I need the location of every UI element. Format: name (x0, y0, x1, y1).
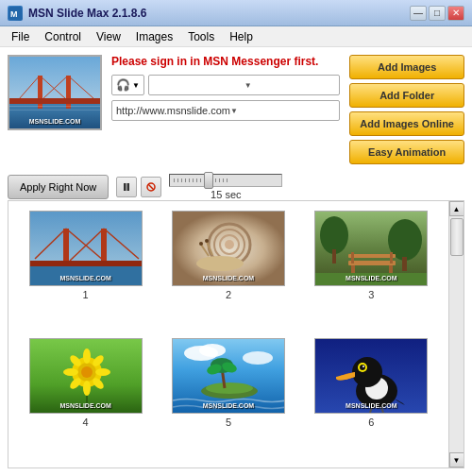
list-item: MSNSLIDE.COM 3 (304, 211, 439, 331)
image-thumb-3[interactable]: MSNSLIDE.COM (314, 211, 428, 286)
timer-controls: 15 sec (116, 174, 282, 200)
audio-input-arrow: ▼ (244, 81, 336, 90)
url-input[interactable]: http://www.msnslide.com ▼ (111, 100, 340, 121)
svg-rect-25 (30, 261, 143, 266)
image-label-2: 2 (226, 289, 231, 300)
svg-rect-14 (127, 183, 130, 191)
svg-point-30 (225, 240, 234, 249)
close-button[interactable]: ✕ (447, 6, 464, 21)
timer-slider-container: 15 sec (169, 174, 282, 200)
add-folder-button[interactable]: Add Folder (349, 83, 464, 108)
audio-input[interactable]: ▼ (148, 75, 340, 95)
image-label-6: 6 (368, 416, 374, 428)
timer-slider[interactable] (169, 174, 282, 187)
slider-thumb[interactable] (204, 172, 213, 189)
maximize-button[interactable]: □ (429, 6, 446, 21)
add-images-online-button[interactable]: Add Images Online (349, 111, 464, 136)
svg-point-34 (199, 242, 203, 246)
menu-help[interactable]: Help (222, 28, 261, 45)
image-grid: MSNSLIDE.COM 1 (8, 201, 448, 468)
main-content: MSNSLIDE.COM Please sign in in MSN Messe… (0, 47, 472, 476)
list-item: MSNSLIDE.COM 5 (160, 338, 295, 458)
stop-button[interactable] (141, 177, 161, 197)
watermark-4: MSNSLIDE.COM (59, 402, 110, 409)
svg-point-55 (95, 368, 110, 376)
headphone-icon: 🎧 (116, 78, 130, 92)
menu-control[interactable]: Control (37, 28, 89, 45)
svg-point-54 (63, 368, 78, 376)
signin-message: Please sign in in MSN Messenger first. (111, 55, 340, 68)
svg-point-66 (206, 382, 253, 394)
menu-images[interactable]: Images (128, 28, 180, 45)
image-thumb-5[interactable]: MSNSLIDE.COM (172, 338, 285, 414)
window-title: MSN Slide Max 2.1.8.6 (28, 7, 408, 20)
app-icon: M (8, 6, 23, 21)
svg-rect-45 (351, 252, 354, 264)
svg-text:M: M (10, 9, 18, 19)
svg-rect-12 (9, 110, 102, 110)
minimize-button[interactable]: — (410, 6, 427, 21)
image-thumb-6[interactable]: MSNSLIDE.COM (314, 338, 428, 414)
svg-rect-10 (9, 98, 102, 104)
svg-rect-3 (9, 104, 102, 130)
svg-point-74 (352, 357, 382, 387)
watermark-2: MSNSLIDE.COM (203, 275, 254, 281)
pause-button[interactable] (116, 177, 137, 197)
audio-dropdown[interactable]: 🎧 ▼ (111, 75, 144, 95)
list-item: MSNSLIDE.COM 4 (18, 338, 153, 458)
list-item: MSNSLIDE.COM 2 (160, 211, 295, 331)
action-buttons: Add Images Add Folder Add Images Online … (349, 55, 464, 164)
menu-tools[interactable]: Tools (180, 28, 222, 45)
svg-rect-11 (9, 106, 102, 107)
watermark-3: MSNSLIDE.COM (346, 275, 396, 281)
svg-rect-41 (348, 261, 396, 265)
add-images-button[interactable]: Add Images (349, 55, 464, 79)
scroll-up-button[interactable]: ▲ (449, 201, 464, 216)
image-grid-container: MSNSLIDE.COM 1 (8, 200, 464, 468)
svg-rect-40 (402, 257, 407, 271)
image-thumb-2[interactable]: MSNSLIDE.COM (172, 211, 285, 286)
url-value: http://www.msnslide.com (116, 105, 230, 116)
svg-point-63 (199, 344, 226, 357)
svg-point-76 (360, 365, 365, 370)
svg-point-60 (81, 366, 93, 378)
image-thumb-1[interactable]: MSNSLIDE.COM (29, 211, 143, 286)
svg-point-53 (83, 381, 91, 396)
title-bar: M MSN Slide Max 2.1.8.6 — □ ✕ (0, 0, 472, 26)
svg-point-52 (83, 348, 91, 364)
svg-rect-42 (348, 254, 396, 258)
url-row: http://www.msnslide.com ▼ (111, 100, 340, 121)
scroll-thumb[interactable] (450, 218, 464, 256)
svg-line-16 (148, 184, 154, 190)
image-label-1: 1 (83, 289, 89, 300)
watermark-5: MSNSLIDE.COM (203, 402, 254, 409)
image-thumb-4[interactable]: MSNSLIDE.COM (29, 338, 143, 414)
svg-point-37 (320, 216, 348, 254)
svg-point-31 (196, 256, 244, 271)
scroll-down-button[interactable]: ▼ (449, 452, 464, 468)
audio-dropdown-arrow: ▼ (132, 81, 140, 90)
timer-label: 15 sec (211, 189, 241, 200)
menu-file[interactable]: File (4, 28, 37, 45)
apply-right-now-button[interactable]: Apply Right Now (8, 175, 109, 199)
svg-rect-46 (390, 252, 393, 264)
watermark-6: MSNSLIDE.COM (346, 402, 396, 409)
list-item: MSNSLIDE.COM 1 (18, 211, 153, 331)
watermark-1: MSNSLIDE.COM (59, 275, 110, 281)
url-dropdown-arrow: ▼ (230, 107, 335, 115)
image-label-5: 5 (226, 416, 231, 428)
apply-row: Apply Right Now (8, 174, 464, 200)
preview-image: MSNSLIDE.COM (8, 55, 102, 130)
svg-rect-13 (124, 183, 126, 191)
menu-bar: File Control View Images Tools Help (0, 26, 472, 47)
svg-point-64 (243, 351, 273, 365)
image-label-4: 4 (83, 416, 89, 428)
top-section: MSNSLIDE.COM Please sign in in MSN Messe… (8, 55, 464, 164)
svg-point-35 (205, 239, 209, 243)
svg-point-77 (362, 366, 364, 367)
list-item: MSNSLIDE.COM 6 (304, 338, 439, 458)
menu-view[interactable]: View (89, 28, 128, 45)
scroll-track[interactable] (449, 216, 464, 452)
easy-animation-button[interactable]: Easy Animation (349, 140, 464, 164)
svg-rect-39 (332, 249, 336, 264)
